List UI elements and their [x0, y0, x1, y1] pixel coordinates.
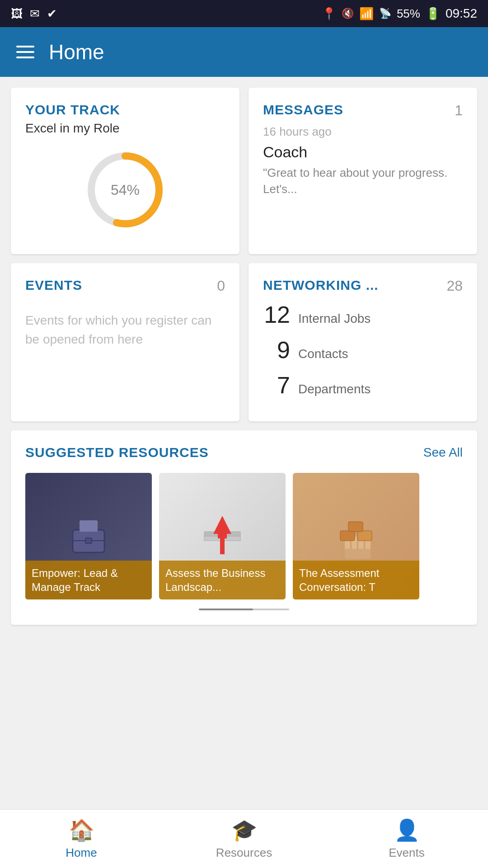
networking-card[interactable]: 28 NETWORKING ... 12 Internal Jobs 9 Con…	[249, 263, 477, 421]
messages-card[interactable]: 1 MESSAGES 16 hours ago Coach "Great to …	[249, 88, 477, 254]
nav-events-label: Events	[389, 846, 425, 860]
nav-home-label: Home	[66, 846, 97, 860]
image-icon: 🖼	[11, 7, 23, 21]
messages-count: 1	[455, 102, 463, 119]
messages-title: MESSAGES	[263, 102, 463, 118]
location-icon: 📍	[322, 7, 336, 21]
networking-row-0: 12 Internal Jobs	[263, 301, 463, 328]
status-bar: 🖼 ✉ ✔ 📍 🔇 📶 📡 55% 🔋 09:52	[0, 0, 488, 27]
resources-icon: 🎓	[231, 818, 257, 842]
battery-icon: 🔋	[426, 7, 440, 21]
resource-card-2[interactable]: The Assessment Conversation: T	[293, 473, 419, 599]
svg-rect-18	[340, 531, 355, 541]
progress-donut: 54%	[80, 145, 170, 235]
check-icon: ✔	[47, 7, 57, 21]
message-sender: Coach	[263, 143, 463, 161]
resource-card-0[interactable]: Empower: Lead & Manage Track	[25, 473, 152, 599]
suggested-resources-section: SUGGESTED RESOURCES See All Empower: Lea…	[11, 430, 477, 625]
networking-number-1: 9	[263, 336, 290, 363]
svg-rect-19	[357, 531, 372, 541]
svg-rect-11	[220, 538, 225, 554]
menu-button[interactable]	[16, 46, 34, 58]
home-icon: 🏠	[69, 818, 94, 842]
your-track-subtitle: Excel in my Role	[25, 121, 225, 136]
networking-title: NETWORKING ...	[263, 278, 463, 293]
svg-rect-4	[85, 538, 92, 543]
page-title: Home	[49, 40, 104, 64]
nav-events[interactable]: 👤 Events	[325, 810, 488, 868]
resources-grid: Empower: Lead & Manage Track	[25, 473, 463, 599]
networking-items: 12 Internal Jobs 9 Contacts 7 Department…	[263, 301, 463, 399]
dashboard-grid: YOUR TRACK Excel in my Role 54% 1 MESSAG…	[0, 77, 488, 421]
nav-resources[interactable]: 🎓 Resources	[163, 810, 325, 868]
networking-count: 28	[446, 278, 463, 294]
clock: 09:52	[446, 6, 477, 21]
networking-row-1: 9 Contacts	[263, 336, 463, 363]
status-left-icons: 🖼 ✉ ✔	[11, 7, 57, 21]
signal-icon: 📡	[379, 8, 391, 19]
resources-title: SUGGESTED RESOURCES	[25, 445, 209, 460]
resources-header: SUGGESTED RESOURCES See All	[25, 445, 463, 460]
networking-number-0: 12	[263, 301, 290, 328]
progress-donut-container: 54%	[25, 145, 225, 235]
messages-header: 1 MESSAGES	[263, 102, 463, 118]
nav-resources-label: Resources	[216, 846, 272, 860]
networking-number-2: 7	[263, 372, 290, 399]
your-track-title: YOUR TRACK	[25, 102, 225, 118]
nav-home[interactable]: 🏠 Home	[0, 810, 163, 868]
events-header: 0 EVENTS	[25, 278, 225, 293]
your-track-card[interactable]: YOUR TRACK Excel in my Role 54%	[11, 88, 239, 254]
resource-label-2: The Assessment Conversation: T	[293, 561, 419, 599]
networking-row-2: 7 Departments	[263, 372, 463, 399]
see-all-button[interactable]: See All	[423, 445, 463, 460]
message-preview: "Great to hear about your progress. Let'…	[263, 165, 463, 198]
progress-label: 54%	[111, 182, 140, 198]
networking-label-2: Departments	[298, 382, 371, 396]
svg-rect-5	[80, 520, 98, 532]
battery-label: 55%	[397, 7, 420, 21]
events-title: EVENTS	[25, 278, 225, 293]
bottom-nav: 🏠 Home 🎓 Resources 👤 Events	[0, 809, 488, 868]
status-right-icons: 📍 🔇 📶 📡 55% 🔋 09:52	[322, 6, 477, 21]
resource-card-1[interactable]: Assess the Business Landscap...	[159, 473, 286, 599]
svg-rect-20	[348, 522, 363, 532]
events-count: 0	[217, 278, 225, 294]
scroll-indicator	[199, 609, 289, 610]
mute-icon: 🔇	[342, 8, 354, 19]
mail-icon: ✉	[30, 7, 40, 21]
events-icon: 👤	[394, 818, 420, 842]
events-card[interactable]: 0 EVENTS Events for which you register c…	[11, 263, 239, 421]
networking-header: 28 NETWORKING ...	[263, 278, 463, 293]
resource-label-0: Empower: Lead & Manage Track	[25, 561, 152, 599]
resource-label-1: Assess the Business Landscap...	[159, 561, 286, 599]
networking-label-1: Contacts	[298, 347, 348, 361]
message-time: 16 hours ago	[263, 125, 463, 139]
svg-rect-17	[345, 549, 371, 559]
networking-label-0: Internal Jobs	[298, 311, 371, 326]
app-header: Home	[0, 27, 488, 77]
wifi-icon: 📶	[359, 7, 374, 21]
events-description: Events for which you register can be ope…	[25, 311, 225, 349]
